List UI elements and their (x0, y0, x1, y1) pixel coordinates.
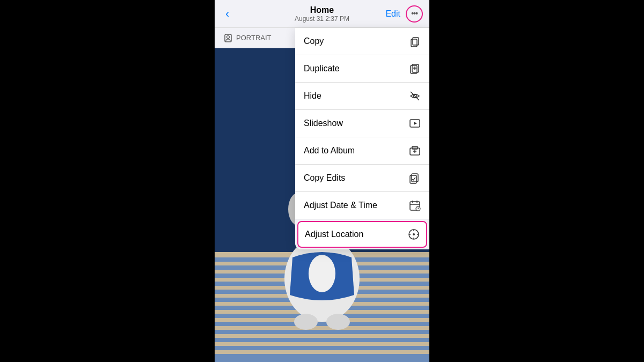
portrait-icon (223, 33, 233, 43)
dropdown-menu: Copy Duplicate Hide (295, 28, 429, 249)
slideshow-label: Slideshow (304, 119, 343, 128)
svg-rect-16 (215, 354, 429, 362)
menu-item-copy-edits[interactable]: Copy Edits (295, 165, 429, 192)
svg-rect-35 (411, 39, 417, 47)
menu-item-add-to-album[interactable]: Add to Album (295, 137, 429, 165)
adjust-location-wrapper: Adjust Location (295, 219, 429, 249)
duplicate-label: Duplicate (304, 64, 340, 73)
svg-rect-14 (215, 338, 429, 342)
svg-line-41 (411, 92, 419, 100)
svg-point-1 (227, 35, 230, 38)
menu-item-slideshow[interactable]: Slideshow (295, 110, 429, 137)
slideshow-icon (409, 117, 421, 129)
duplicate-icon (409, 63, 421, 75)
menu-item-copy[interactable]: Copy (295, 28, 429, 55)
svg-point-31 (294, 314, 318, 330)
svg-point-33 (309, 255, 335, 292)
adjust-location-label: Adjust Location (305, 230, 363, 239)
header: ‹ Home August 31 2:37 PM Edit ••• (215, 0, 429, 28)
portrait-label: PORTRAIT (223, 33, 272, 43)
more-dots-icon: ••• (411, 9, 418, 18)
hide-label: Hide (304, 91, 321, 101)
copy-label: Copy (304, 36, 324, 46)
back-button[interactable]: ‹ (221, 5, 233, 23)
adjust-date-time-icon (409, 200, 421, 211)
svg-rect-34 (413, 38, 419, 45)
adjust-location-icon (408, 228, 420, 240)
svg-rect-15 (215, 346, 429, 350)
header-subtitle: August 31 2:37 PM (295, 15, 349, 23)
svg-marker-43 (414, 122, 417, 125)
portrait-text: PORTRAIT (236, 34, 272, 42)
phone-frame: ‹ Home August 31 2:37 PM Edit ••• PORTRA… (215, 0, 429, 362)
svg-rect-12 (215, 322, 429, 326)
svg-point-32 (326, 314, 350, 330)
svg-point-58 (413, 233, 415, 235)
add-to-album-icon (409, 145, 421, 157)
copy-edits-icon (409, 172, 421, 184)
menu-item-hide[interactable]: Hide (295, 83, 429, 110)
hide-icon (409, 90, 421, 102)
copy-icon (409, 35, 421, 47)
svg-rect-13 (215, 330, 429, 334)
header-center: Home August 31 2:37 PM (295, 5, 349, 23)
menu-item-duplicate[interactable]: Duplicate (295, 55, 429, 83)
menu-item-adjust-date-time[interactable]: Adjust Date & Time (295, 192, 429, 219)
edit-button[interactable]: Edit (385, 9, 400, 19)
header-title: Home (295, 5, 349, 15)
adjust-date-time-label: Adjust Date & Time (304, 201, 377, 210)
menu-item-adjust-location[interactable]: Adjust Location (297, 221, 427, 248)
header-right: Edit ••• (385, 5, 423, 23)
add-to-album-label: Add to Album (304, 146, 355, 156)
copy-edits-label: Copy Edits (304, 173, 345, 183)
more-button[interactable]: ••• (406, 5, 423, 23)
